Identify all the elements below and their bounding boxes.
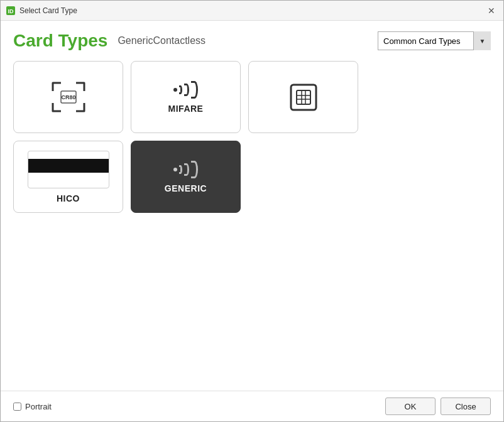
wave-md-selected [184, 163, 189, 176]
title-bar: ID Select Card Type ✕ [1, 1, 503, 21]
ok-button[interactable]: OK [385, 398, 436, 415]
wave-sm-selected [179, 165, 182, 174]
wave-lg [191, 81, 198, 99]
page-title: Card Types [13, 31, 107, 51]
tab-generic-contactless[interactable]: GenericContactless [118, 35, 205, 46]
card-cr80[interactable]: CR80 [13, 61, 123, 133]
svg-rect-4 [291, 85, 316, 110]
card-generic-chip[interactable] [248, 61, 358, 133]
hico-label: HICO [57, 193, 80, 203]
hico-stripe [28, 159, 109, 173]
wave-md [184, 84, 189, 96]
mifare-contactless-icon [173, 81, 198, 99]
dialog: ID Select Card Type ✕ Card Types Generic… [0, 0, 504, 422]
generic-contactless-icon [173, 161, 198, 178]
dropdown-wrapper: Common Card Types All Card Types ▼ [378, 31, 491, 50]
portrait-label: Portrait [25, 402, 52, 411]
footer-buttons: OK Close [385, 398, 491, 415]
hico-card-visual [28, 151, 109, 188]
title-bar-left: ID Select Card Type [6, 6, 77, 16]
card-hico[interactable]: HICO [13, 141, 123, 213]
close-button[interactable]: Close [441, 398, 491, 415]
window-title: Select Card Type [19, 6, 77, 15]
portrait-checkbox[interactable] [13, 403, 21, 411]
chip-icon [288, 82, 319, 113]
main-content: Card Types GenericContactless Common Car… [1, 21, 503, 391]
svg-text:ID: ID [8, 8, 14, 14]
svg-text:CR80: CR80 [61, 94, 75, 100]
cr80-icon: CR80 [50, 80, 87, 114]
card-type-dropdown[interactable]: Common Card Types All Card Types [378, 31, 491, 50]
card-generic-contactless[interactable]: GENERIC [131, 141, 241, 213]
app-icon: ID [6, 6, 16, 16]
generic-contactless-label: GENERIC [165, 183, 207, 193]
close-window-button[interactable]: ✕ [485, 4, 498, 18]
header-row: Card Types GenericContactless Common Car… [13, 31, 491, 51]
wave-sm [179, 85, 182, 94]
footer: Portrait OK Close [1, 391, 503, 421]
mifare-label: MIFARE [168, 104, 204, 114]
wave-lg-selected [191, 161, 198, 178]
portrait-checkbox-label[interactable]: Portrait [13, 402, 52, 411]
svg-rect-5 [297, 90, 310, 104]
dropdown-container: Common Card Types All Card Types ▼ [378, 31, 491, 50]
card-mifare[interactable]: MIFARE [131, 61, 241, 133]
cards-grid: CR80 MIFARE [13, 61, 491, 213]
